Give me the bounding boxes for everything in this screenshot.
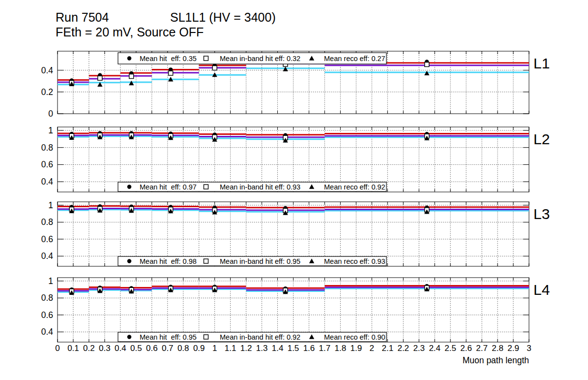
x-tick-label: 1.9 [351, 344, 362, 353]
inband-eff-marker-square [98, 76, 102, 80]
x-tick-label: 0.1 [67, 344, 79, 353]
x-tick-label: 3 [527, 344, 531, 353]
legend-label: Mean in-band hit eff: 0.32 [220, 55, 300, 63]
x-tick-label: 0.7 [162, 344, 174, 353]
inband-eff-marker-square [169, 71, 173, 75]
legend-label: Mean reco eff: 0.92 [324, 183, 385, 191]
x-tick-label: 1.1 [225, 344, 236, 353]
x-tick-label: 0.2 [83, 344, 95, 353]
legend-label: Mean in-band hit eff: 0.92 [220, 333, 300, 341]
legend-label: Mean reco eff: 0.93 [324, 257, 385, 265]
legend-label: Mean hit eff: 0.98 [140, 257, 197, 265]
y-tick-label: 1 [48, 276, 53, 286]
hit-eff-marker-circle [127, 335, 131, 339]
inband-eff-marker-square [204, 56, 208, 61]
legend-label: Mean hit eff: 0.35 [140, 55, 197, 63]
y-tick-label: 0.8 [41, 217, 53, 227]
legend-label: Mean reco eff: 0.27 [324, 55, 385, 63]
x-tick-label: 2.7 [476, 344, 488, 353]
x-tick-label: 2.6 [460, 344, 472, 353]
y-tick-label: 0.8 [41, 293, 53, 303]
x-tick-label: 1.2 [240, 344, 252, 353]
x-tick-label: 0.8 [177, 344, 189, 353]
x-tick-label: 2 [370, 344, 374, 353]
x-tick-label: 1.3 [256, 344, 268, 353]
y-tick-label: 0.4 [41, 251, 54, 261]
x-tick-label: 1.7 [319, 344, 331, 353]
x-tick-label: 0.3 [99, 344, 111, 353]
y-tick-label: 1 [48, 126, 53, 135]
legend-label: Mean hit eff: 0.97 [140, 183, 197, 191]
x-tick-label: 0 [55, 344, 59, 353]
inband-eff-marker-square [204, 335, 208, 339]
legend-label: Mean hit eff: 0.95 [140, 333, 197, 341]
y-tick-label: 0.4 [41, 327, 54, 337]
efficiency-plot-canvas: Run 7504 SL1L1 (HV = 3400) FEth = 20 mV,… [0, 0, 588, 380]
hit-eff-marker-circle [127, 56, 131, 60]
inband-eff-marker-square [425, 62, 429, 66]
y-tick-label: 0.4 [41, 65, 54, 75]
legend-label: Mean in-band hit eff: 0.95 [220, 257, 300, 265]
legend-label: Mean in-band hit eff: 0.93 [220, 183, 300, 191]
y-tick-label: 0.4 [41, 177, 54, 187]
y-tick-label: 0 [48, 109, 53, 119]
panel-label-L4: L4 [533, 282, 550, 298]
x-tick-label: 1 [212, 344, 217, 353]
efficiency-chart: 00.20.4Mean hit eff: 0.35Mean in-band hi… [0, 0, 588, 380]
inband-eff-marker-square [129, 74, 134, 79]
x-tick-label: 2.9 [507, 344, 519, 353]
x-tick-label: 1.4 [272, 344, 284, 353]
x-tick-label: 1.5 [288, 344, 299, 353]
y-tick-label: 0.2 [41, 87, 53, 97]
legend-label: Mean reco eff: 0.90 [324, 333, 385, 341]
y-tick-label: 0.6 [41, 234, 53, 244]
panel-label-L1: L1 [533, 55, 550, 71]
x-tick-label: 2.5 [444, 344, 456, 353]
y-tick-label: 1 [48, 200, 53, 210]
x-tick-label: 2.8 [492, 344, 503, 353]
panel-label-L3: L3 [533, 206, 550, 222]
y-tick-label: 0.6 [41, 159, 53, 169]
inband-eff-marker-square [212, 66, 217, 70]
inband-eff-marker-square [204, 259, 208, 263]
x-tick-label: 0.9 [193, 344, 205, 353]
x-tick-label: 0.4 [115, 344, 126, 353]
inband-eff-marker-square [204, 185, 208, 189]
x-tick-label: 1.6 [303, 344, 315, 353]
x-tick-label: 1.8 [335, 344, 347, 353]
x-tick-label: 2.4 [429, 344, 441, 353]
x-axis-title: Muon path length [463, 355, 529, 365]
x-tick-label: 0.5 [130, 344, 142, 353]
panel-label-L2: L2 [533, 131, 550, 147]
x-tick-label: 2.1 [382, 344, 393, 353]
x-tick-label: 2.3 [413, 344, 425, 353]
hit-eff-marker-circle [127, 185, 131, 189]
y-tick-label: 0.8 [41, 143, 53, 153]
x-tick-label: 2.2 [397, 344, 409, 353]
x-tick-label: 0.6 [146, 344, 158, 353]
hit-eff-marker-circle [127, 259, 131, 263]
y-tick-label: 0.6 [41, 310, 53, 320]
